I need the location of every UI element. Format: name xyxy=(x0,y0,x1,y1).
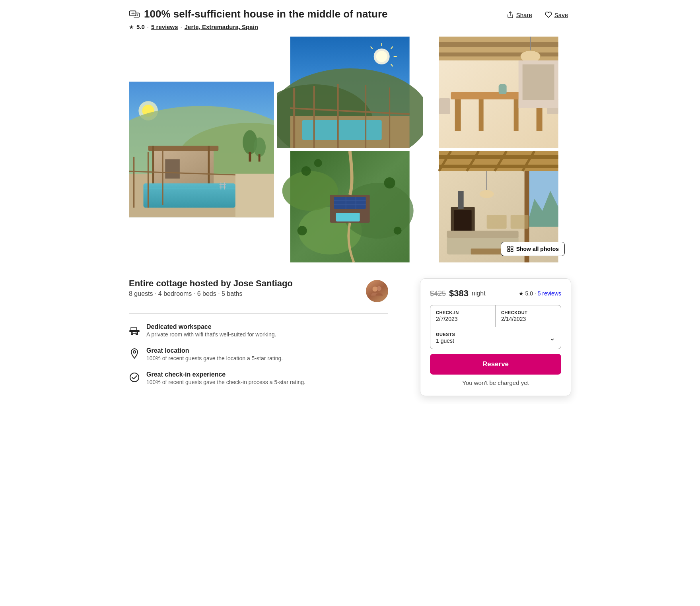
checkin-title: Great check-in experience xyxy=(146,371,305,378)
meta-row: ★ 5.0 · 5 reviews · Jerte, Extremadura, … xyxy=(129,23,504,30)
feature-checkin: Great check-in experience 100% of recent… xyxy=(129,371,388,385)
photo-bottom-right[interactable]: Show all photos xyxy=(426,151,571,262)
photo-3-image xyxy=(426,37,571,148)
show-all-photos-label: Show all photos xyxy=(516,246,559,252)
heart-icon xyxy=(545,11,552,18)
checkin-cell[interactable]: CHECK-IN 2/7/2023 xyxy=(430,305,496,327)
svg-point-106 xyxy=(377,286,381,291)
photo-top-right[interactable] xyxy=(426,37,571,148)
checkin-content: Great check-in experience 100% of recent… xyxy=(146,371,305,385)
date-grid: CHECK-IN 2/7/2023 CHECKOUT 2/14/2023 GUE… xyxy=(430,305,561,349)
show-all-photos-button[interactable]: Show all photos xyxy=(501,242,565,256)
page-title: 100% self-sufficient house in the middle… xyxy=(144,8,388,20)
desk-icon xyxy=(129,324,140,335)
checkout-cell[interactable]: CHECKOUT 2/14/2023 xyxy=(496,305,561,327)
checkin-icon xyxy=(129,372,140,383)
guests-row[interactable]: GUESTS 1 guest ⌄ xyxy=(430,327,561,349)
workspace-content: Dedicated workspace A private room with … xyxy=(146,323,276,338)
left-column: Entire cottage hosted by Jose Santiago 8… xyxy=(129,278,388,396)
svg-point-27 xyxy=(254,138,266,157)
location-content: Great location 100% of recent guests gav… xyxy=(146,347,283,361)
guests-info: GUESTS 1 guest xyxy=(436,332,455,344)
listing-details: 8 guests · 4 bedrooms · 6 beds · 5 baths xyxy=(129,290,293,297)
svg-rect-61 xyxy=(522,64,554,100)
reviews-link[interactable]: 5 reviews xyxy=(151,23,178,30)
svg-rect-58 xyxy=(439,98,450,114)
location-desc: 100% of recent guests gave the location … xyxy=(146,355,283,361)
workspace-title: Dedicated workspace xyxy=(146,323,276,330)
svg-rect-26 xyxy=(249,152,251,161)
svg-rect-101 xyxy=(508,246,509,248)
photo-bottom-middle[interactable] xyxy=(277,151,422,262)
svg-rect-97 xyxy=(486,215,506,229)
guests-value: 1 guest xyxy=(436,338,455,344)
date-row: CHECK-IN 2/7/2023 CHECKOUT 2/14/2023 xyxy=(430,305,561,327)
svg-rect-24 xyxy=(235,174,274,218)
original-price: $425 xyxy=(430,289,446,298)
location-link[interactable]: Jerte, Extremadura, Spain xyxy=(185,23,258,30)
listing-info: Entire cottage hosted by Jose Santiago 8… xyxy=(129,278,293,304)
current-price: $383 xyxy=(449,288,469,299)
rating: 5.0 xyxy=(136,23,145,30)
svg-rect-103 xyxy=(508,250,509,252)
svg-rect-62 xyxy=(498,84,506,94)
checkout-label: CHECKOUT xyxy=(501,310,555,315)
booking-card: $425 $383 night ★ 5.0 · 5 reviews CHECK-… xyxy=(420,278,571,396)
card-rating: ★ 5.0 · 5 reviews xyxy=(519,290,562,297)
svg-point-100 xyxy=(479,190,494,198)
header-left: 100% self-sufficient house in the middle… xyxy=(129,8,504,30)
price-row: $425 $383 night ★ 5.0 · 5 reviews xyxy=(430,288,561,299)
feature-workspace: Dedicated workspace A private room with … xyxy=(129,323,388,338)
svg-rect-93 xyxy=(458,191,463,209)
svg-rect-102 xyxy=(511,246,513,248)
svg-rect-95 xyxy=(447,231,518,238)
svg-rect-104 xyxy=(511,250,513,252)
svg-rect-28 xyxy=(259,154,261,161)
photo-main[interactable] xyxy=(129,37,274,262)
title-row: 100% self-sufficient house in the middle… xyxy=(129,8,504,20)
host-avatar-image xyxy=(366,280,388,302)
svg-point-74 xyxy=(301,166,311,176)
checkin-desc: 100% of recent guests gave the check-in … xyxy=(146,379,305,385)
listing-type: Entire cottage hosted by Jose Santiago xyxy=(129,278,293,289)
svg-rect-54 xyxy=(455,99,461,131)
translate-icon xyxy=(129,9,140,20)
features-list: Dedicated workspace A private room with … xyxy=(129,323,388,385)
svg-rect-98 xyxy=(510,215,528,229)
reserve-button[interactable]: Reserve xyxy=(430,354,561,375)
svg-point-66 xyxy=(282,171,338,211)
photo-top-middle[interactable] xyxy=(277,37,422,148)
svg-rect-68 xyxy=(334,197,366,209)
checkout-date: 2/14/2023 xyxy=(501,316,555,322)
svg-rect-56 xyxy=(478,99,483,131)
svg-point-76 xyxy=(384,177,395,188)
photo-1-image xyxy=(129,37,274,262)
location-icon xyxy=(129,348,140,359)
content-section: Entire cottage hosted by Jose Santiago 8… xyxy=(129,278,571,396)
share-button[interactable]: Share xyxy=(504,8,535,21)
svg-rect-108 xyxy=(131,332,133,334)
svg-rect-92 xyxy=(454,210,471,232)
header-actions: Share Save xyxy=(504,8,571,21)
host-avatar[interactable] xyxy=(366,280,388,302)
svg-point-75 xyxy=(314,159,322,167)
feature-location: Great location 100% of recent guests gav… xyxy=(129,347,388,361)
photo-grid: Show all photos xyxy=(129,37,571,262)
svg-rect-9 xyxy=(165,159,180,179)
svg-point-78 xyxy=(298,226,307,235)
svg-point-105 xyxy=(372,286,377,291)
checkin-date: 2/7/2023 xyxy=(436,316,490,322)
workspace-desc: A private room with wifi that's well-sui… xyxy=(146,331,276,338)
svg-rect-109 xyxy=(136,332,138,334)
page-header: 100% self-sufficient house in the middle… xyxy=(129,8,571,30)
save-button[interactable]: Save xyxy=(542,8,571,21)
card-star-icon: ★ xyxy=(519,290,524,297)
host-row: Entire cottage hosted by Jose Santiago 8… xyxy=(129,278,388,314)
avatar-image xyxy=(370,284,384,298)
photo-4-image xyxy=(277,151,422,262)
chevron-down-icon: ⌄ xyxy=(549,334,555,342)
checkin-label: CHECK-IN xyxy=(436,310,490,315)
svg-point-113 xyxy=(130,373,139,382)
no-charge-text: You won't be charged yet xyxy=(430,379,561,386)
card-reviews-link[interactable]: 5 reviews xyxy=(538,290,561,297)
